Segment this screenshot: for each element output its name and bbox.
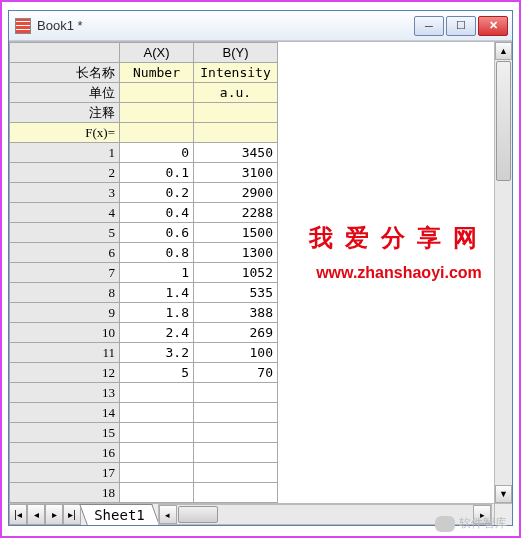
cell-b[interactable]: 388 (194, 303, 278, 323)
row-number[interactable]: 15 (10, 423, 120, 443)
row-number[interactable]: 4 (10, 203, 120, 223)
sheet-tab-label: Sheet1 (94, 507, 145, 523)
table-row: 81.4535 (10, 283, 278, 303)
row-number[interactable]: 8 (10, 283, 120, 303)
cell-a[interactable]: 0.6 (120, 223, 194, 243)
comments-b[interactable] (194, 103, 278, 123)
row-number[interactable]: 1 (10, 143, 120, 163)
table-row: 113.2100 (10, 343, 278, 363)
table-row: 60.81300 (10, 243, 278, 263)
scroll-up-button[interactable]: ▲ (495, 42, 512, 60)
units-a[interactable] (120, 83, 194, 103)
cell-b[interactable] (194, 443, 278, 463)
cell-b[interactable]: 1052 (194, 263, 278, 283)
cell-b[interactable]: 1500 (194, 223, 278, 243)
table-row: 91.8388 (10, 303, 278, 323)
row-number[interactable]: 10 (10, 323, 120, 343)
cell-b[interactable] (194, 483, 278, 503)
row-number[interactable]: 13 (10, 383, 120, 403)
cell-b[interactable]: 2288 (194, 203, 278, 223)
hscroll-thumb[interactable] (178, 506, 218, 523)
cell-a[interactable]: 2.4 (120, 323, 194, 343)
row-units[interactable]: 单位 (10, 83, 120, 103)
table-row: 20.13100 (10, 163, 278, 183)
tab-nav-last[interactable]: ▸| (63, 504, 81, 525)
table-row: 13 (10, 383, 278, 403)
minimize-button[interactable]: ─ (414, 16, 444, 36)
close-button[interactable]: ✕ (478, 16, 508, 36)
row-number[interactable]: 11 (10, 343, 120, 363)
longname-b[interactable]: Intensity (194, 63, 278, 83)
cell-b[interactable]: 2900 (194, 183, 278, 203)
col-header-b[interactable]: B(Y) (194, 43, 278, 63)
row-number[interactable]: 5 (10, 223, 120, 243)
scroll-down-button[interactable]: ▼ (495, 485, 512, 503)
worksheet-grid[interactable]: A(X) B(Y) 长名称 Number Intensity 单位 a.u. 注… (9, 42, 494, 503)
maximize-button[interactable]: ☐ (446, 16, 476, 36)
cell-a[interactable]: 3.2 (120, 343, 194, 363)
row-number[interactable]: 18 (10, 483, 120, 503)
tab-nav-next[interactable]: ▸ (45, 504, 63, 525)
table-row: 711052 (10, 263, 278, 283)
row-number[interactable]: 2 (10, 163, 120, 183)
cell-a[interactable]: 1 (120, 263, 194, 283)
cell-a[interactable]: 0.8 (120, 243, 194, 263)
tab-nav-prev[interactable]: ◂ (27, 504, 45, 525)
cell-b[interactable] (194, 403, 278, 423)
cell-a[interactable]: 0 (120, 143, 194, 163)
row-number[interactable]: 12 (10, 363, 120, 383)
comments-a[interactable] (120, 103, 194, 123)
cell-a[interactable]: 1.4 (120, 283, 194, 303)
sheet-tab[interactable]: Sheet1 (79, 504, 159, 525)
footer-attribution: 软件智库 (435, 515, 507, 532)
cell-a[interactable] (120, 403, 194, 423)
minimize-icon: ─ (425, 20, 433, 32)
table-row: 15 (10, 423, 278, 443)
row-number[interactable]: 16 (10, 443, 120, 463)
cell-b[interactable]: 100 (194, 343, 278, 363)
cell-a[interactable]: 0.1 (120, 163, 194, 183)
cell-b[interactable]: 3450 (194, 143, 278, 163)
vertical-scrollbar[interactable]: ▲ ▼ (494, 42, 512, 503)
row-number[interactable]: 7 (10, 263, 120, 283)
cell-a[interactable]: 0.4 (120, 203, 194, 223)
fx-a[interactable] (120, 123, 194, 143)
cell-b[interactable]: 3100 (194, 163, 278, 183)
cell-a[interactable]: 0.2 (120, 183, 194, 203)
row-number[interactable]: 14 (10, 403, 120, 423)
cell-b[interactable] (194, 423, 278, 443)
row-number[interactable]: 3 (10, 183, 120, 203)
table-row: 30.22900 (10, 183, 278, 203)
cell-b[interactable]: 70 (194, 363, 278, 383)
tab-nav-first[interactable]: |◂ (9, 504, 27, 525)
corner-cell[interactable] (10, 43, 120, 63)
longname-a[interactable]: Number (120, 63, 194, 83)
cell-b[interactable]: 1300 (194, 243, 278, 263)
table-row: 12570 (10, 363, 278, 383)
row-fx[interactable]: F(x)= (10, 123, 120, 143)
col-header-a[interactable]: A(X) (120, 43, 194, 63)
vscroll-thumb[interactable] (496, 61, 511, 181)
cell-a[interactable] (120, 463, 194, 483)
row-comments[interactable]: 注释 (10, 103, 120, 123)
row-number[interactable]: 17 (10, 463, 120, 483)
row-longname[interactable]: 长名称 (10, 63, 120, 83)
cell-a[interactable] (120, 383, 194, 403)
cell-b[interactable] (194, 383, 278, 403)
row-number[interactable]: 9 (10, 303, 120, 323)
row-number[interactable]: 6 (10, 243, 120, 263)
scroll-left-button[interactable]: ◂ (159, 505, 177, 524)
cell-b[interactable]: 269 (194, 323, 278, 343)
fx-b[interactable] (194, 123, 278, 143)
cell-a[interactable] (120, 443, 194, 463)
titlebar[interactable]: Book1 * ─ ☐ ✕ (9, 11, 512, 41)
cell-b[interactable]: 535 (194, 283, 278, 303)
cell-b[interactable] (194, 463, 278, 483)
cell-a[interactable] (120, 423, 194, 443)
units-b[interactable]: a.u. (194, 83, 278, 103)
cell-a[interactable] (120, 483, 194, 503)
content-area: A(X) B(Y) 长名称 Number Intensity 单位 a.u. 注… (9, 41, 512, 503)
cell-a[interactable]: 5 (120, 363, 194, 383)
table-row: 14 (10, 403, 278, 423)
cell-a[interactable]: 1.8 (120, 303, 194, 323)
